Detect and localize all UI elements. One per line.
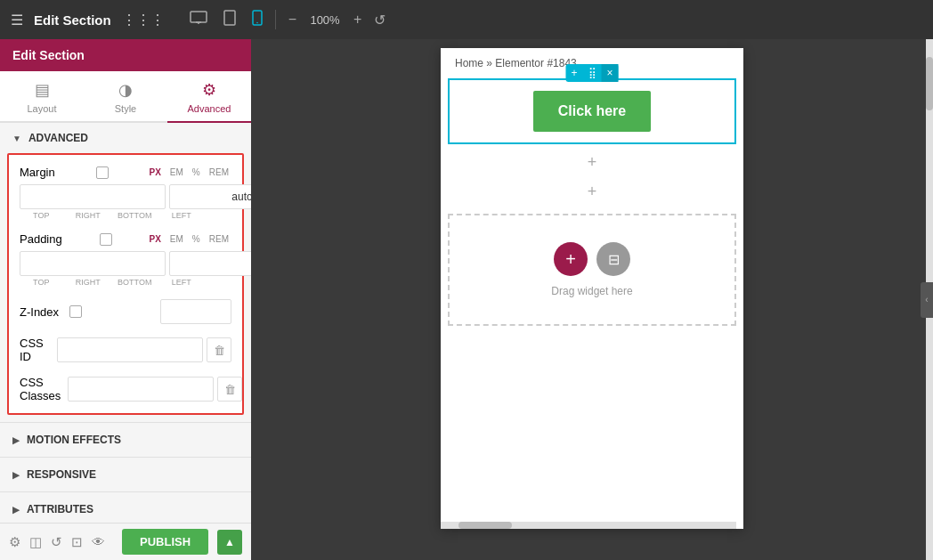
advanced-arrow-icon: ▼ (12, 134, 21, 143)
responsive-icon[interactable]: ⊡ (71, 534, 83, 550)
bottom-scrollbar[interactable] (441, 522, 736, 529)
padding-right-input[interactable] (169, 251, 251, 276)
margin-label-row: Margin PX EM % REM (20, 166, 231, 179)
click-here-button[interactable]: Click here (533, 91, 651, 132)
undo-btn[interactable]: ↺ (374, 12, 385, 28)
widget-action-buttons: + ⊟ (554, 242, 630, 276)
padding-inputs: 🔗 (20, 251, 231, 276)
tab-advanced-label: Advanced (188, 103, 231, 114)
eye-icon[interactable]: 👁 (92, 534, 105, 549)
padding-label: Padding (20, 232, 62, 246)
add-widget-button[interactable]: + (554, 242, 588, 276)
padding-unit-rem[interactable]: REM (207, 233, 231, 245)
zoom-in-btn[interactable]: + (350, 10, 365, 29)
responsive-header[interactable]: ▶ Responsive (0, 458, 251, 491)
drag-widget-area: + ⊟ Drag widget here (448, 214, 736, 326)
advanced-panel: Margin PX EM % REM (7, 153, 244, 415)
mobile-device-btn[interactable] (248, 6, 266, 34)
advanced-icon: ⚙ (202, 80, 216, 100)
margin-inputs: 🔗 (20, 184, 231, 209)
widget-add-section-btn[interactable]: + (565, 64, 582, 82)
widget-toolbar: + ⣿ × (565, 64, 618, 82)
page-frame: Home » Elementor #1843 + ⣿ × Click here … (441, 48, 743, 529)
z-index-label: Z-Index (20, 305, 59, 319)
widget-folder-button[interactable]: ⊟ (596, 242, 630, 276)
css-classes-clear-btn[interactable]: 🗑 (217, 377, 242, 402)
css-classes-label: CSS Classes (20, 376, 61, 402)
margin-top-input[interactable] (20, 184, 166, 209)
toolbar-divider (275, 10, 276, 29)
sidebar-content: ▼ Advanced Margin PX EM % REM (0, 123, 251, 560)
padding-field-group: Padding PX EM % REM (20, 232, 231, 287)
drag-widget-label: Drag widget here (551, 285, 632, 297)
margin-field-group: Margin PX EM % REM (20, 166, 231, 220)
padding-right-label: RIGHT (67, 278, 110, 287)
margin-unit-px[interactable]: PX (147, 166, 164, 178)
sidebar-bottom-bar: ⚙ ◫ ↺ ⊡ 👁 PUBLISH ▲ (0, 523, 251, 560)
resize-handle[interactable]: ‹ (921, 282, 933, 318)
top-bar: ☰ Edit Section ⋮⋮⋮ − 100% + ↺ (0, 0, 933, 39)
motion-effects-label: Motion Effects (27, 434, 121, 446)
add-row-btn-2[interactable]: + (441, 177, 743, 207)
padding-left-label: LEFT (160, 278, 204, 287)
margin-input-labels: TOP RIGHT BOTTOM LEFT (20, 211, 231, 220)
advanced-section-label: Advanced (28, 132, 88, 144)
attributes-arrow: ▶ (12, 505, 20, 515)
tab-layout[interactable]: ▤ Layout (0, 71, 84, 123)
attributes-header[interactable]: ▶ Attributes (0, 492, 251, 526)
widget-close-btn[interactable]: × (602, 64, 619, 82)
widget-move-btn[interactable]: ⣿ (583, 64, 602, 82)
padding-unit-px[interactable]: PX (147, 233, 164, 245)
margin-top-label: TOP (20, 211, 63, 220)
padding-unit-em[interactable]: EM (167, 233, 186, 245)
hamburger-icon[interactable]: ☰ (11, 12, 23, 28)
margin-unit-pct[interactable]: % (190, 166, 203, 178)
attributes-label: Attributes (27, 503, 93, 515)
widget-section: + ⣿ × Click here (448, 78, 736, 144)
scrollbar-thumb (926, 57, 933, 110)
padding-responsive-icon (100, 233, 112, 246)
history-icon[interactable]: ↺ (51, 534, 62, 550)
attributes-section: ▶ Attributes (0, 491, 251, 526)
tab-style[interactable]: ◑ Style (84, 71, 167, 123)
advanced-section-header[interactable]: ▼ Advanced (0, 123, 251, 153)
layers-icon[interactable]: ◫ (29, 534, 42, 550)
css-classes-input[interactable] (68, 377, 214, 402)
css-id-clear-btn[interactable]: 🗑 (207, 337, 231, 362)
padding-top-input[interactable] (20, 251, 166, 276)
layout-icon: ▤ (35, 80, 50, 100)
svg-rect-3 (224, 11, 235, 25)
css-id-input[interactable] (57, 337, 203, 362)
responsive-arrow: ▶ (12, 470, 20, 480)
svg-rect-0 (191, 12, 207, 22)
tab-advanced[interactable]: ⚙ Advanced (167, 71, 251, 123)
tablet-device-btn[interactable] (220, 6, 239, 34)
margin-right-input[interactable] (169, 184, 251, 209)
tabs-bar: ▤ Layout ◑ Style ⚙ Advanced (0, 71, 251, 123)
margin-unit-rem[interactable]: REM (207, 166, 231, 178)
zoom-out-btn[interactable]: − (285, 10, 300, 29)
padding-top-label: TOP (20, 278, 63, 287)
margin-responsive-icon (96, 166, 109, 179)
tab-style-label: Style (115, 103, 136, 114)
padding-unit-pct[interactable]: % (190, 233, 203, 245)
motion-effects-header[interactable]: ▶ Motion Effects (0, 423, 251, 457)
margin-unit-switcher: PX EM % REM (147, 166, 231, 178)
zoom-value: 100% (309, 13, 341, 27)
z-index-input[interactable] (160, 299, 231, 324)
main-area: Edit Section ▤ Layout ◑ Style ⚙ Advanced… (0, 39, 933, 560)
css-classes-field-group: CSS Classes 🗑 (20, 376, 231, 402)
responsive-section: ▶ Responsive (0, 457, 251, 491)
publish-arrow-button[interactable]: ▲ (217, 530, 242, 555)
css-id-field-group: CSS ID 🗑 (20, 337, 231, 363)
padding-bottom-label: BOTTOM (113, 278, 157, 287)
publish-button[interactable]: PUBLISH (122, 529, 208, 555)
responsive-label: Responsive (27, 468, 96, 481)
desktop-device-btn[interactable] (186, 7, 211, 33)
motion-effects-arrow: ▶ (12, 435, 20, 445)
z-index-field-group: Z-Index (20, 299, 231, 324)
add-row-btn[interactable]: + (441, 148, 743, 177)
grid-icon[interactable]: ⋮⋮⋮ (122, 12, 165, 28)
settings-icon[interactable]: ⚙ (9, 534, 20, 550)
margin-unit-em[interactable]: EM (167, 166, 186, 178)
